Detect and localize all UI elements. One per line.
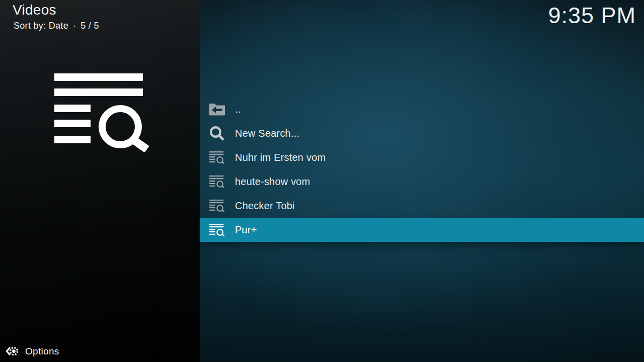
list-item-label: Pur+ <box>235 224 257 236</box>
list-item-label: .. <box>235 104 241 115</box>
saved-search-icon <box>209 198 225 214</box>
header: Videos Sort by: Date·5 / 5 <box>13 2 99 31</box>
saved-search-icon <box>209 149 225 165</box>
saved-search-icon <box>209 173 225 190</box>
search-icon <box>209 125 225 141</box>
saved-search-icon <box>209 222 225 238</box>
sort-status: Sort by: Date·5 / 5 <box>14 21 99 31</box>
list-item-new-search[interactable]: New Search... <box>200 121 644 145</box>
left-panel: Videos Sort by: Date·5 / 5 Options <box>0 0 200 362</box>
list-item-label: Checker Tobi <box>235 200 295 212</box>
clock: 9:35 PM <box>548 3 636 29</box>
list-item[interactable]: Nuhr im Ersten vom <box>200 145 644 169</box>
folder-back-icon <box>209 101 225 117</box>
list-item[interactable]: heute-show vom <box>200 169 644 194</box>
list-item-label: New Search... <box>235 128 299 139</box>
video-search-list-icon <box>54 73 151 152</box>
sort-by-label: Sort by: Date <box>14 21 68 31</box>
options-label: Options <box>25 346 59 357</box>
media-list: .. New Search... Nuhr im Ersten vom <box>200 97 644 242</box>
options-gear-icon <box>5 344 19 358</box>
list-item-parent-folder[interactable]: .. <box>200 97 644 121</box>
list-item-label: Nuhr im Ersten vom <box>235 152 326 163</box>
options-button[interactable]: Options <box>5 344 59 358</box>
page-title: Videos <box>13 2 99 18</box>
list-item-label: heute-show vom <box>235 176 310 188</box>
separator-dot: · <box>73 21 76 31</box>
list-item[interactable]: Checker Tobi <box>200 194 644 218</box>
list-item-selected[interactable]: Pur+ <box>200 218 644 242</box>
item-count: 5 / 5 <box>80 21 99 31</box>
